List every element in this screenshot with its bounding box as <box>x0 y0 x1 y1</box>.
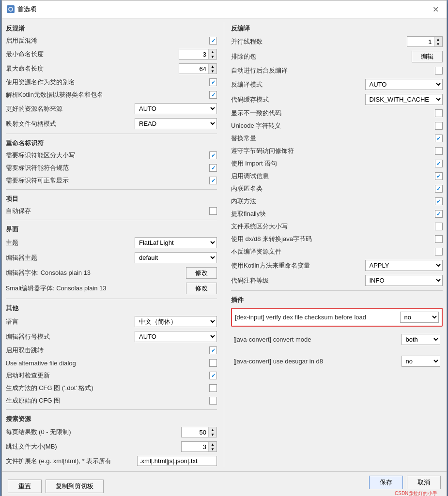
parse-kotlin-checkbox[interactable] <box>209 91 217 99</box>
show-inconsistent-checkbox[interactable] <box>435 109 443 117</box>
exclude-pkg-btn[interactable]: 编辑 <box>412 51 443 62</box>
fs-casesens-row: 文件系统区分大小写 <box>231 221 443 232</box>
threads-up[interactable]: ▲ <box>434 37 442 42</box>
plugin-section-title: 插件 <box>231 294 443 305</box>
skip-filesize-input[interactable] <box>182 443 208 451</box>
min-name-up[interactable]: ▲ <box>209 49 216 54</box>
show-inconsistent-label: 显示不一致的代码 <box>231 109 435 118</box>
file-ext-row: 文件扩展名 (e.g. xml|html), * 表示所有 <box>6 454 217 467</box>
auto-save-checkbox[interactable] <box>209 207 217 215</box>
access-modifier-row: 遵守字节码访问修饰符 <box>231 145 443 157</box>
editor-sign-dropdown[interactable]: AUTOMANUAL <box>135 331 217 342</box>
unicode-escape-row: Unicode 字符转义 <box>231 120 443 132</box>
smali-font-btn[interactable]: 修改 <box>186 283 217 294</box>
reset-button[interactable]: 重置 <box>8 480 42 493</box>
fs-casesens-label: 文件系统区分大小写 <box>231 222 435 231</box>
editor-theme-dropdown[interactable]: defaultdark <box>135 252 217 263</box>
alt-file-dialog-checkbox[interactable] <box>209 359 217 367</box>
file-ext-input[interactable] <box>137 456 217 466</box>
page-results-input[interactable] <box>182 428 208 436</box>
access-modifier-checkbox[interactable] <box>435 147 443 155</box>
rename-casesens-checkbox[interactable] <box>209 151 217 159</box>
mapping-file-row: 映射文件句柄模式 READWRITE <box>6 117 217 131</box>
no-decompile-res-checkbox[interactable] <box>435 248 443 256</box>
close-button[interactable]: ✕ <box>430 3 442 15</box>
page-results-up[interactable]: ▲ <box>209 427 216 432</box>
max-name-down[interactable]: ▼ <box>209 69 216 74</box>
better-res-label: 更好的资源名称来源 <box>6 105 135 113</box>
left-column: 反混淆 启用反混淆 最小命名长度 ▲ ▼ 最大命名长度 <box>6 22 217 467</box>
max-name-length-input[interactable] <box>179 65 208 73</box>
comment-level-dropdown[interactable]: INFODEBUGERROR <box>365 275 443 286</box>
plugin-convert-mode-label: [java-convert] convert mode <box>233 336 398 343</box>
threads-arrows: ▲ ▼ <box>434 37 442 46</box>
use-import-label: 使用 import 语句 <box>231 159 435 168</box>
auto-decompile-row: 自动进行后台反编译 <box>231 65 443 76</box>
copy-button[interactable]: 复制到剪切板 <box>46 480 104 493</box>
title-bar: 首选项 ✕ <box>2 0 447 18</box>
extract-finally-label: 提取finally块 <box>231 210 435 218</box>
rename-display-checkbox[interactable] <box>209 177 217 184</box>
use-dx-checkbox[interactable] <box>435 235 443 243</box>
page-results-spinbox[interactable]: ▲ ▼ <box>181 427 217 437</box>
min-name-length-spinbox[interactable]: ▲ ▼ <box>179 49 217 60</box>
use-import-checkbox[interactable] <box>435 160 443 167</box>
rename-section-title: 重命名标识符 <box>6 137 217 149</box>
plugin-desugar-label: [java-convert] use desugar in d8 <box>233 358 398 365</box>
lang-dropdown[interactable]: 中文（简体）English <box>135 316 217 327</box>
plugin-convert-mode-dropdown[interactable]: bothdex-onlyjar-only <box>402 334 440 345</box>
inline-anon-checkbox[interactable] <box>435 185 443 193</box>
skip-filesize-label: 跳过文件大小(MB) <box>6 442 182 451</box>
min-name-length-row: 最小命名长度 ▲ ▼ <box>6 47 217 61</box>
double-click-checkbox[interactable] <box>209 346 217 354</box>
better-res-dropdown[interactable]: AUTOMANUAL <box>135 103 217 114</box>
page-results-arrows: ▲ ▼ <box>208 427 216 437</box>
fs-casesens-checkbox[interactable] <box>435 223 443 230</box>
debug-info-checkbox[interactable] <box>435 172 443 180</box>
cfg-raw-checkbox[interactable] <box>209 397 217 405</box>
theme-dropdown[interactable]: FlatLaf LightFlatLaf Dark <box>135 237 217 248</box>
inline-method-checkbox[interactable] <box>435 197 443 205</box>
min-name-length-input[interactable] <box>179 50 208 59</box>
threads-input[interactable] <box>407 38 434 46</box>
inline-anon-label: 内联匿名类 <box>231 184 435 193</box>
replace-const-label: 替换常量 <box>231 134 435 143</box>
extract-finally-row: 提取finally块 <box>231 208 443 220</box>
min-name-down[interactable]: ▼ <box>209 54 216 59</box>
page-results-down[interactable]: ▼ <box>209 432 216 437</box>
cancel-button[interactable]: 取消 <box>407 476 441 489</box>
decompile-mode-dropdown[interactable]: AUTOMANUAL <box>365 79 443 90</box>
better-res-row: 更好的资源名称来源 AUTOMANUAL <box>6 102 217 116</box>
kotlin-rename-dropdown[interactable]: APPLYNO <box>365 260 443 271</box>
lang-row: 语言 中文（简体）English <box>6 315 217 329</box>
decompile-section-title: 反编译 <box>231 22 443 34</box>
skip-filesize-spinbox[interactable]: ▲ ▼ <box>181 441 217 452</box>
threads-down[interactable]: ▼ <box>434 42 442 46</box>
editor-sign-label: 编辑器行号模式 <box>6 332 135 341</box>
skip-filesize-down[interactable]: ▼ <box>209 447 216 451</box>
threads-spinbox[interactable]: ▲ ▼ <box>407 36 443 47</box>
plugin-desugar-dropdown[interactable]: noyes <box>402 356 440 367</box>
replace-const-checkbox[interactable] <box>435 135 443 142</box>
app-icon <box>7 5 15 13</box>
max-name-length-spinbox[interactable]: ▲ ▼ <box>179 63 217 74</box>
inline-method-label: 内联方法 <box>231 197 435 206</box>
mapping-file-dropdown[interactable]: READWRITE <box>135 118 217 129</box>
use-res-name-checkbox[interactable] <box>209 78 217 86</box>
auto-decompile-checkbox[interactable] <box>435 67 443 75</box>
check-update-checkbox[interactable] <box>209 372 217 379</box>
rename-conform-checkbox[interactable] <box>209 164 217 172</box>
use-import-row: 使用 import 语句 <box>231 158 443 169</box>
plugin-dex-verify-dropdown[interactable]: noyes <box>400 312 439 323</box>
cache-mode-dropdown[interactable]: DISK_WITH_CACHEMEMORYNONE <box>365 94 443 105</box>
enable-deobfuscation-checkbox[interactable] <box>209 37 217 45</box>
extract-finally-checkbox[interactable] <box>435 210 443 218</box>
exclude-pkg-row: 排除的包 编辑 <box>231 49 443 64</box>
max-name-up[interactable]: ▲ <box>209 64 216 69</box>
skip-filesize-up[interactable]: ▲ <box>209 442 216 447</box>
unicode-escape-checkbox[interactable] <box>435 122 443 130</box>
editor-font-btn[interactable]: 修改 <box>186 267 217 279</box>
cfg-dot-checkbox[interactable] <box>209 384 217 392</box>
min-name-length-label: 最小命名长度 <box>6 50 179 59</box>
save-button[interactable]: 保存 <box>369 476 403 489</box>
